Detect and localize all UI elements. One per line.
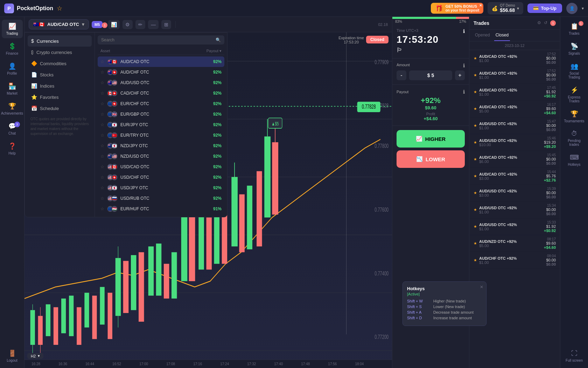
asset-list-item[interactable]: ☆ 🇺🇸 🇷🇺 USD/RUB OTC 92% [98, 193, 224, 204]
star-icon[interactable]: ☆ [100, 196, 104, 201]
hotkeys-close-button[interactable]: ✕ [480, 285, 483, 289]
asset-list-item[interactable]: ☆ 🇪🇺 🇹🇷 EUR/TRY OTC 92% [98, 130, 224, 141]
chart-settings-button[interactable]: ⚙ [122, 20, 133, 29]
search-input[interactable] [101, 38, 213, 42]
trade-star[interactable]: ★ [474, 207, 477, 212]
trade-item[interactable]: ★ AUD/USD OTC +92% $10.00 15:46 $19.20 +… [469, 134, 560, 151]
trade-star[interactable]: ★ [474, 73, 477, 77]
trade-item[interactable]: ★ AUD/CAD OTC +92% $1.00 17:52 $0.00 $0.… [469, 50, 560, 67]
asset-selector[interactable]: 🇦🇺🇨🇦 AUD/CAD OTC ▾ [29, 19, 89, 29]
sidebar-item-pending-trades[interactable]: ⏱ Pending trades [564, 127, 585, 149]
trade-item[interactable]: ★ AUD/CAD OTC +92% $1.00 17:45 $1.92 +$0… [469, 84, 560, 101]
star-icon[interactable]: ☆ [100, 112, 104, 117]
timeframe-selector[interactable]: H2 ▾ [27, 353, 43, 359]
trade-star[interactable]: ★ [474, 224, 477, 229]
sidebar-item-fullscreen[interactable]: ⛶ Full screen [564, 347, 585, 365]
trade-star[interactable]: ★ [474, 174, 477, 178]
star-icon[interactable]: ☆ [57, 5, 62, 12]
chart-draw-button[interactable]: ✏ [135, 20, 145, 29]
sidebar-item-trades-rs[interactable]: 📋 Trades 1 [564, 20, 585, 38]
asset-list-item[interactable]: ☆ 🇺🇸 🇨🇭 USD/CHF OTC 92% [98, 172, 224, 183]
amount-plus-button[interactable]: + [455, 70, 465, 80]
timeframe-badge[interactable]: M5 [92, 21, 103, 28]
higher-button[interactable]: 📈 HIGHER [397, 130, 465, 148]
sidebar-item-trading[interactable]: 📈 Trading [2, 20, 23, 38]
category-favorites[interactable]: ⭐ Favorites [28, 91, 92, 103]
trade-star[interactable]: ★ [474, 157, 477, 162]
amount-info-icon[interactable]: ℹ [463, 63, 465, 68]
avatar[interactable]: 👤 [566, 3, 578, 14]
trade-item[interactable]: ★ AUD/CAD OTC +92% $5.00 16:17 $9.60 +$4… [469, 101, 560, 117]
asset-list-item[interactable]: ☆ 🇪🇺 🇯🇵 EUR/JPY OTC 92% [98, 120, 224, 130]
trade-item[interactable]: ★ AUD/USD OTC +92% $3.00 15:39 $0.00 $0.… [469, 185, 560, 202]
category-indices[interactable]: 📊 Indices [28, 80, 92, 91]
star-icon[interactable]: ☆ [100, 80, 104, 85]
asset-list-item[interactable]: ☆ 🇳🇿 🇯🇵 NZD/JPY OTC 92% [98, 141, 224, 151]
sidebar-item-signals[interactable]: 📡 Signals [564, 40, 585, 58]
topup-button[interactable]: 💳 Top-Up [527, 4, 562, 13]
bonus-banner[interactable]: 🎁 GET 50% BONUS on your first deposit ✕ [431, 3, 484, 14]
asset-list-item[interactable]: ☆ 🇦🇺 🇺🇸 AUD/USD OTC 92% [98, 77, 224, 88]
category-stocks[interactable]: 📄 Stocks [28, 69, 92, 80]
trade-item[interactable]: ★ AUD/CAD OTC +92% $3.00 15:44 $5.76 +$2… [469, 168, 560, 185]
tab-closed[interactable]: Closed [494, 30, 510, 41]
asset-list-item[interactable]: ☆ 🇪🇺 🇬🇧 EUR/GBP OTC 92% [98, 109, 224, 120]
sidebar-item-market[interactable]: 🏪 Market [2, 80, 23, 98]
tab-opened[interactable]: Opened [474, 30, 491, 41]
star-icon[interactable]: ☆ [100, 154, 104, 159]
trades-refresh-icon[interactable]: ↺ [544, 20, 547, 26]
sidebar-item-chat[interactable]: 💬 Chat 3 [2, 120, 23, 138]
trade-item[interactable]: ★ AUD/NZD OTC +92% $5.00 08:17 $9.60 +$4… [469, 235, 560, 252]
trade-star[interactable]: ★ [474, 191, 477, 195]
trade-item[interactable]: ★ AUD/USD OTC +92% $1.00 15:33 $1.92 +$0… [469, 218, 560, 235]
info-icon[interactable]: ℹ [463, 28, 465, 34]
star-icon[interactable]: ☆ [100, 175, 104, 180]
sidebar-item-help[interactable]: ❓ Help [2, 139, 23, 158]
asset-list-item[interactable]: ☆ 🇪🇺 🇨🇭 EUR/CHF OTC 92% [98, 98, 224, 109]
sidebar-item-achievements[interactable]: 🏆 Achievements [2, 100, 23, 118]
chart-layout-button[interactable]: ⊞ [161, 20, 171, 29]
category-crypto[interactable]: ₿ Crypto currencies [28, 47, 92, 58]
sidebar-item-hotkeys[interactable]: ⌨ Hotkeys [564, 151, 585, 169]
trade-star[interactable]: ★ [474, 241, 477, 246]
star-icon[interactable]: ☆ [100, 59, 104, 64]
asset-list-item[interactable]: ☆ 🇨🇦 🇨🇭 CAD/CHF OTC 92% [98, 88, 224, 98]
star-icon[interactable]: ☆ [100, 133, 104, 138]
star-icon[interactable]: ☆ [100, 206, 104, 211]
trade-star[interactable]: ★ [474, 90, 477, 94]
star-icon[interactable]: ☆ [100, 70, 104, 75]
account-info[interactable]: 💰 QT Demo $56.68 ▾ [488, 2, 523, 14]
payout-info-icon[interactable]: ℹ [463, 89, 465, 95]
chart-line-button[interactable]: — [148, 20, 159, 29]
trade-item[interactable]: ★ AUD/USD OTC +92% $1.00 15:34 $0.00 $0.… [469, 202, 560, 218]
asset-list-item[interactable]: ☆ 🇪🇺 🇭🇺 EUR/HUF OTC 91% [98, 204, 224, 214]
category-commodities[interactable]: 🔶 Commodities [28, 58, 92, 69]
asset-list-item[interactable]: ☆ 🇺🇸 🇨🇦 USD/CAD OTC 92% [98, 162, 224, 172]
star-icon[interactable]: ☆ [100, 122, 104, 127]
asset-list-item[interactable]: ☆ 🇳🇿 🇺🇸 NZD/USD OTC 92% [98, 151, 224, 162]
star-icon[interactable]: ☆ [100, 185, 104, 190]
asset-list-item[interactable]: ☆ 🇺🇸 🇯🇵 USD/JPY OTC 92% [98, 183, 224, 193]
sidebar-item-express-trades[interactable]: ⚡ Express Trades [564, 83, 585, 106]
sidebar-item-finance[interactable]: 💲 Finance [2, 40, 23, 58]
trade-item[interactable]: ★ AUD/CAD OTC +92% $1.00 17:52 $0.00 $0.… [469, 67, 560, 84]
trade-star[interactable]: ★ [474, 123, 477, 128]
sidebar-item-logout[interactable]: 🚪 Logout [2, 347, 23, 365]
trades-settings-icon[interactable]: ⚙ [537, 20, 541, 26]
sidebar-item-tournaments[interactable]: 🏆 Tournaments [564, 107, 585, 126]
category-currencies[interactable]: $ Currencies [28, 35, 92, 47]
trade-star[interactable]: ★ [474, 140, 477, 145]
chart-type-bar-button[interactable]: 📊 [108, 20, 120, 29]
trade-item[interactable]: ★ AUD/USD OTC +92% $1.00 15:47 $0.00 $0.… [469, 117, 560, 134]
asset-list-item[interactable]: ☆ 🇦🇺 🇨🇦 AUD/CAD OTC 92% [98, 56, 224, 67]
star-icon[interactable]: ☆ [100, 143, 104, 148]
bonus-close-icon[interactable]: ✕ [479, 4, 482, 7]
trade-item[interactable]: ★ AUD/CHF OTC +92% $1.00 08:04 $0.00 $0.… [469, 252, 560, 269]
trade-item[interactable]: ★ AUD/CAD OTC +92% $6.00 15:45 $0.00 $0.… [469, 151, 560, 168]
asset-list-item[interactable]: ☆ 🇦🇺 🇨🇭 AUD/CHF OTC 92% [98, 67, 224, 77]
amount-minus-button[interactable]: - [397, 70, 406, 80]
star-icon[interactable]: ☆ [100, 91, 104, 96]
sidebar-item-profile[interactable]: 👤 Profile [2, 60, 23, 78]
sidebar-item-social-trading[interactable]: 👥 Social Trading [564, 60, 585, 82]
logo[interactable]: P PocketOption [4, 4, 53, 13]
